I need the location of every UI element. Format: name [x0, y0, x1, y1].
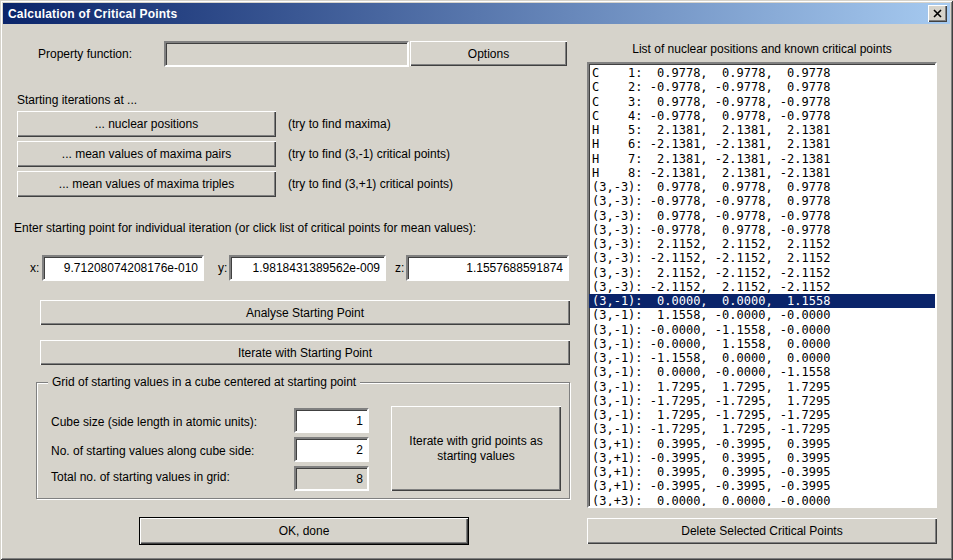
- starting-point-heading: Enter starting point for individual iter…: [14, 221, 476, 235]
- list-item[interactable]: (3,-3): -2.1152, -2.1152, 2.1152: [589, 251, 935, 265]
- list-item[interactable]: (3,-1): 0.0000, 0.0000, 1.1558: [589, 294, 935, 308]
- critical-points-list[interactable]: C 1: 0.9778, 0.9778, 0.9778C 2: -0.9778,…: [587, 62, 937, 508]
- z-label: z:: [395, 261, 404, 275]
- grid-groupbox-legend: Grid of starting values in a cube center…: [48, 375, 360, 389]
- list-heading: List of nuclear positions and known crit…: [587, 42, 937, 56]
- cube-size-label: Cube size (side length in atomic units):: [51, 415, 257, 429]
- y-label: y:: [218, 261, 227, 275]
- list-item[interactable]: (3,+3): 0.0000, 0.0000, -0.0000: [589, 494, 935, 508]
- list-item[interactable]: (3,-1): -1.1558, 0.0000, 0.0000: [589, 351, 935, 365]
- iterate-starting-point-button[interactable]: Iterate with Starting Point: [40, 340, 570, 365]
- list-item[interactable]: H 6: -2.1381, -2.1381, 2.1381: [589, 137, 935, 151]
- list-item[interactable]: H 8: -2.1381, 2.1381, -2.1381: [589, 166, 935, 180]
- values-per-side-label: No. of starting values along cube side:: [51, 444, 254, 458]
- window-title: Calculation of Critical Points: [3, 7, 177, 21]
- list-item[interactable]: (3,-3): 0.9778, 0.9778, 0.9778: [589, 180, 935, 194]
- list-item[interactable]: (3,+1): 0.3995, 0.3995, -0.3995: [589, 465, 935, 479]
- list-item[interactable]: C 3: 0.9778, -0.9778, -0.9778: [589, 95, 935, 109]
- ok-done-button[interactable]: OK, done: [140, 518, 468, 544]
- list-item[interactable]: (3,-3): -0.9778, -0.9778, 0.9778: [589, 194, 935, 208]
- list-item[interactable]: (3,-1): 1.7295, 1.7295, 1.7295: [589, 380, 935, 394]
- list-item[interactable]: (3,-1): -0.0000, 1.1558, 0.0000: [589, 337, 935, 351]
- iterate-grid-points-button[interactable]: Iterate with grid points as starting val…: [391, 406, 561, 491]
- list-item[interactable]: (3,-3): -2.1152, 2.1152, -2.1152: [589, 280, 935, 294]
- maxima-triples-button[interactable]: ... mean values of maxima triples: [17, 171, 276, 197]
- cube-size-input[interactable]: [294, 408, 369, 433]
- property-function-label: Property function:: [38, 47, 132, 61]
- z-input[interactable]: [406, 255, 569, 281]
- list-item[interactable]: (3,+1): -0.3995, -0.3995, -0.3995: [589, 479, 935, 493]
- list-item[interactable]: C 4: -0.9778, 0.9778, -0.9778: [589, 109, 935, 123]
- list-item[interactable]: H 7: 2.1381, -2.1381, -2.1381: [589, 152, 935, 166]
- property-function-input[interactable]: [164, 41, 409, 67]
- list-item[interactable]: (3,-1): -0.0000, -1.1558, -0.0000: [589, 323, 935, 337]
- options-button[interactable]: Options: [410, 41, 567, 66]
- maxima-pairs-note: (try to find (3,-1) critical points): [288, 147, 450, 161]
- close-icon: [933, 9, 942, 18]
- y-input[interactable]: [229, 255, 386, 281]
- list-item[interactable]: C 1: 0.9778, 0.9778, 0.9778: [589, 66, 935, 80]
- close-button[interactable]: [928, 5, 947, 22]
- list-item[interactable]: (3,-1): 1.7295, -1.7295, -1.7295: [589, 408, 935, 422]
- total-values-readout: [294, 466, 369, 491]
- list-item[interactable]: (3,+1): 0.3995, -0.3995, 0.3995: [589, 437, 935, 451]
- starting-iterations-heading: Starting iterations at ...: [17, 93, 137, 107]
- list-item[interactable]: (3,-3): -0.9778, 0.9778, -0.9778: [589, 223, 935, 237]
- list-item[interactable]: (3,-1): -1.7295, -1.7295, 1.7295: [589, 394, 935, 408]
- list-item[interactable]: (3,-1): -1.7295, 1.7295, -1.7295: [589, 422, 935, 436]
- total-values-label: Total no. of starting values in grid:: [51, 470, 230, 484]
- x-input[interactable]: [42, 255, 204, 281]
- maxima-pairs-button[interactable]: ... mean values of maxima pairs: [17, 141, 276, 167]
- list-item[interactable]: (3,-3): 0.9778, -0.9778, -0.9778: [589, 209, 935, 223]
- x-label: x:: [30, 261, 39, 275]
- delete-selected-button[interactable]: Delete Selected Critical Points: [587, 518, 937, 544]
- list-item[interactable]: (3,-3): 2.1152, -2.1152, -2.1152: [589, 266, 935, 280]
- analyse-starting-point-button[interactable]: Analyse Starting Point: [40, 300, 570, 325]
- grid-groupbox: Grid of starting values in a cube center…: [36, 382, 570, 499]
- nuclear-positions-note: (try to find maxima): [288, 117, 391, 131]
- values-per-side-input[interactable]: [294, 437, 369, 462]
- maxima-triples-note: (try to find (3,+1) critical points): [288, 177, 453, 191]
- title-bar[interactable]: Calculation of Critical Points: [3, 3, 950, 24]
- list-item[interactable]: C 2: -0.9778, -0.9778, 0.9778: [589, 80, 935, 94]
- dialog-calculation-of-critical-points: Calculation of Critical Points Property …: [0, 0, 953, 560]
- nuclear-positions-button[interactable]: ... nuclear positions: [17, 111, 276, 137]
- list-item[interactable]: (3,-1): 0.0000, -0.0000, -1.1558: [589, 365, 935, 379]
- list-item[interactable]: (3,+1): -0.3995, 0.3995, 0.3995: [589, 451, 935, 465]
- list-item[interactable]: H 5: 2.1381, 2.1381, 2.1381: [589, 123, 935, 137]
- list-item[interactable]: (3,-3): 2.1152, 2.1152, 2.1152: [589, 237, 935, 251]
- list-item[interactable]: (3,-1): 1.1558, -0.0000, -0.0000: [589, 308, 935, 322]
